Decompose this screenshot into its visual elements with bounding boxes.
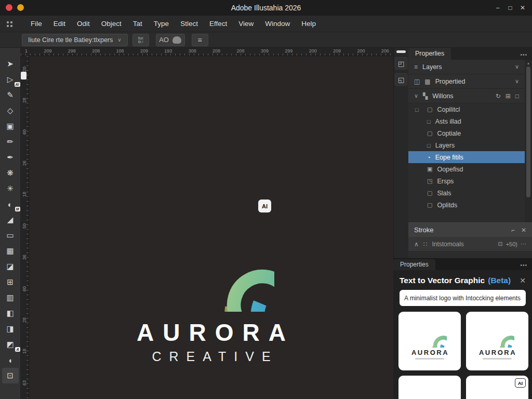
pen-tool[interactable]: ✒ (2, 150, 19, 165)
logo-title-text[interactable]: AURORA (29, 318, 393, 347)
menu-item[interactable]: Object (96, 17, 127, 30)
menu-item[interactable]: Tat (127, 17, 148, 30)
detach-icon[interactable]: ⌐ (511, 227, 515, 234)
swatches-tool[interactable]: ▦ (2, 243, 19, 259)
logo-variation-card[interactable]: AURORA (398, 312, 461, 370)
app-grid-icon[interactable] (7, 21, 12, 27)
column-graph-tool[interactable]: ▥ (2, 290, 19, 305)
section-propertied[interactable]: ◫ ▩ Propertied ∨ (408, 74, 525, 89)
menu-item[interactable]: Stlect (175, 17, 204, 30)
rectangle-tool[interactable]: ▭ (2, 228, 19, 243)
stack-text-button[interactable]: BatBt.! (132, 34, 149, 46)
logo-variation-card[interactable]: AURORA AI (466, 376, 528, 399)
artboard-tool-2[interactable]: ⊞ (2, 274, 19, 290)
tab-properties-bottom[interactable]: Properties (393, 259, 435, 270)
logo-variation-card[interactable]: AURORA (466, 312, 528, 370)
layer-type-icon: □ (427, 142, 431, 149)
eraser-tool[interactable]: ◪ (2, 259, 19, 274)
layer-row[interactable]: ◳ Ersps (408, 175, 525, 187)
menu-item[interactable]: Help (296, 17, 322, 30)
section-layers[interactable]: ≡ Layers ∨ (408, 60, 525, 74)
layer-type-icon: ◔ (427, 154, 431, 161)
ruler-marker[interactable] (21, 72, 26, 79)
menu-item[interactable]: Edit (48, 17, 71, 30)
tool-badge: M (15, 207, 20, 211)
panel-menu-icon[interactable]: ••• (520, 52, 532, 60)
layer-label: Oplitds (437, 202, 457, 209)
shape-builder-tool[interactable]: ◇ (2, 103, 19, 118)
list-options-button[interactable]: ≡ (192, 34, 208, 46)
sync-icon[interactable]: ↻ (496, 92, 501, 100)
visibility-toggle-icon[interactable]: □ (415, 107, 419, 113)
direct-selection-tool[interactable]: ▷ Al (2, 72, 19, 87)
minimize-traffic-light[interactable] (17, 4, 24, 11)
logo-variation-card[interactable]: AURORA (398, 376, 461, 399)
group-select-tool[interactable]: ⊡ (2, 368, 19, 383)
close-traffic-light[interactable] (6, 4, 12, 11)
scroll-up-icon[interactable]: ▲ (527, 60, 530, 66)
preset-dropdown[interactable]: Iiute Cire rte tle Batiey:tlxpers ∨ (22, 34, 128, 46)
menu-item[interactable]: File (25, 17, 48, 30)
paint-bucket-tool[interactable]: ◐ M (2, 196, 19, 212)
close-icon[interactable]: ✕ (520, 276, 526, 285)
layer-row[interactable]: ▢ Oplitds (408, 199, 525, 211)
close-icon[interactable]: ✕ (521, 227, 526, 234)
graph-panel-icon[interactable]: ◰ (395, 57, 407, 70)
layer-type-icon: ▢ (427, 130, 432, 137)
square-icon[interactable]: □ (515, 92, 519, 100)
stroke-sub-row[interactable]: ∧ ∷ Intstomoals ⊡ +50) ⋯ (408, 237, 532, 251)
panel-scrollbar[interactable]: ▲ ▼ (525, 60, 532, 239)
stroke-section-header[interactable]: Stroke ⌐ ✕ (408, 222, 532, 237)
ruler-number: 208 (92, 48, 100, 54)
tab-properties[interactable]: Properlies (408, 48, 451, 60)
layer-row[interactable]: ▣ Oopefisd (408, 163, 525, 175)
grid-icon: ▩ (424, 78, 430, 85)
layer-row[interactable]: ▢ Slals (408, 187, 525, 199)
maximize-button[interactable]: □ (504, 4, 516, 11)
selection-tool[interactable]: ➤ (2, 56, 19, 72)
pencil-tool[interactable]: ✏ (2, 134, 19, 150)
magic-wand-tool[interactable]: ✳ (2, 181, 19, 196)
scrollbar-thumb[interactable] (396, 50, 406, 53)
ellipsis-icon[interactable]: ⋯ (521, 241, 526, 247)
layer-row[interactable]: □ Layers (408, 139, 525, 151)
ao-button[interactable]: AO (156, 34, 185, 46)
layer-row[interactable]: ◔ Eope fitils (408, 151, 525, 163)
section-willons[interactable]: ∨ ▚ Willons ↻⊞□ (408, 89, 525, 103)
collapse-icon[interactable]: ∧ (414, 241, 419, 248)
layer-row[interactable]: □ Asts illad (408, 115, 525, 127)
prompt-input[interactable] (400, 290, 526, 306)
symbol-sprayer-tool[interactable]: ❋ (2, 165, 19, 181)
blocks-panel-icon[interactable]: ◱ (395, 73, 407, 86)
shear-tool[interactable]: ◨ (2, 321, 19, 337)
menu-item[interactable]: View (233, 17, 259, 30)
curvature-tool[interactable]: ◢ (2, 212, 19, 228)
thumb-logo-title: AURORA (478, 349, 516, 356)
layer-row[interactable]: □ ▢ Copilitcl (408, 103, 525, 115)
target-icon[interactable]: ⊞ (506, 92, 511, 100)
blob-brush-tool[interactable]: ◖ (2, 352, 19, 368)
artboard-canvas[interactable]: AI AURORA CREATIVE (29, 56, 393, 399)
layer-row[interactable]: ▢ Coptiale (408, 127, 525, 139)
stroke-value: +50) (506, 241, 517, 247)
menu-item[interactable]: Effect (204, 17, 233, 30)
menu-item[interactable]: Odit (71, 17, 96, 30)
type-tool[interactable]: ✎ (2, 87, 19, 103)
panel-menu-icon[interactable]: ••• (520, 262, 532, 270)
minimize-button[interactable]: – (491, 4, 504, 11)
close-button[interactable]: ✕ (516, 4, 529, 11)
stroke-title: Stroke (414, 226, 434, 234)
menu-item[interactable]: Type (148, 17, 175, 30)
title-bar: Adobe Illustahia 2026 – □ ✕ (0, 0, 532, 16)
aurora-logo-thumb (413, 316, 447, 348)
aurora-logo-mark[interactable] (155, 202, 274, 312)
gradient-tool[interactable]: ◧ (2, 305, 19, 321)
lines-icon: ≡ (198, 36, 202, 44)
menu-item[interactable]: Window (259, 17, 296, 30)
gradient-tool-2[interactable]: ◩ A (2, 337, 19, 352)
scrollbar-thumb[interactable] (526, 66, 530, 197)
artboard-tool[interactable]: ▣ (2, 118, 19, 134)
layer-label: Ersps (437, 178, 454, 185)
dashed-box-icon: ⊡ (498, 241, 502, 247)
logo-subtitle-text[interactable]: CREATIVE (29, 349, 393, 364)
